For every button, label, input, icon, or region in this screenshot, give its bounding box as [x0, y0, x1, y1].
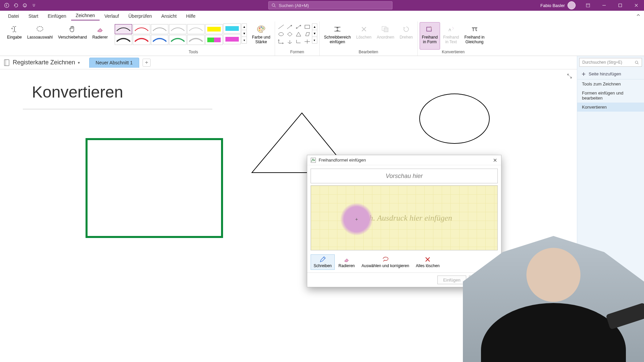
shape-line[interactable] — [277, 23, 285, 30]
undo-button[interactable] — [12, 1, 20, 9]
section-tab[interactable]: Neuer Abschnitt 1 — [89, 58, 139, 68]
pen-blue-thick[interactable] — [151, 35, 168, 45]
eraser-button[interactable]: Radierer — [90, 22, 110, 50]
highlighter-magenta[interactable] — [223, 34, 241, 44]
shape-arrow[interactable] — [286, 23, 294, 30]
search-icon — [635, 60, 639, 65]
svg-point-0 — [5, 3, 9, 8]
global-search[interactable]: Suchen (Alt+M) — [268, 1, 392, 9]
shape-axes-center[interactable] — [303, 38, 311, 45]
highlighter-yellow[interactable] — [205, 24, 223, 34]
svg-rect-11 — [225, 26, 239, 31]
shape-ellipse[interactable] — [277, 31, 285, 38]
tab-ansicht[interactable]: Ansicht — [157, 11, 181, 20]
shape-rect[interactable] — [303, 23, 311, 30]
lasso-button[interactable]: Lassoauswahl — [25, 22, 55, 50]
tab-datei[interactable]: Datei — [3, 11, 24, 20]
page-item-shapes[interactable]: Formen einfügen und bearbeiten — [577, 88, 644, 103]
qat-customize-button[interactable] — [30, 1, 38, 9]
pen-gray-thick[interactable] — [187, 35, 205, 45]
dialog-insert-button: Einfügen — [437, 276, 466, 284]
tab-start[interactable]: Start — [24, 11, 43, 20]
back-button[interactable] — [3, 1, 11, 9]
pen-gray3-thin[interactable] — [187, 24, 205, 34]
page-search[interactable]: Durchsuchen (Strg+E) — [579, 58, 642, 67]
pan-button[interactable]: Verschiebehand — [56, 22, 89, 50]
tab-verlauf[interactable]: Verlauf — [100, 11, 124, 20]
shape-gallery-more[interactable]: ▾ — [312, 37, 317, 44]
shape-axes-3d[interactable] — [286, 38, 294, 45]
svg-point-15 — [262, 27, 264, 29]
ink-to-shape-button[interactable]: Freihand in Form — [420, 22, 440, 50]
ink-to-text-icon — [447, 24, 455, 35]
avatar — [568, 1, 576, 9]
maximize-button[interactable] — [612, 0, 628, 11]
ink-to-text-button: Freihand in Text — [441, 22, 461, 50]
tab-ueberpruefen[interactable]: Überprüfen — [124, 11, 157, 20]
shape-parallelogram[interactable] — [303, 31, 311, 38]
shape-axes-xy[interactable] — [277, 38, 285, 45]
shape-gallery-up[interactable]: ▲ — [312, 23, 317, 30]
highlighter-cyan[interactable] — [223, 23, 241, 34]
pen-red-thick[interactable] — [133, 35, 150, 45]
fullscreen-toggle[interactable] — [567, 73, 572, 79]
chevron-down-icon: ▾ — [78, 60, 80, 65]
pen-gray-thin[interactable] — [151, 24, 168, 34]
canvas-rectangle-shape[interactable] — [86, 138, 223, 238]
touch-mode-button[interactable] — [21, 1, 29, 9]
ink-hint: Math. Ausdruck hier einfügen — [311, 186, 497, 250]
eingabe-button[interactable]: Eingabe — [5, 22, 24, 50]
page-title[interactable]: Konvertieren — [32, 83, 123, 101]
shape-axes-2d[interactable] — [294, 38, 303, 45]
page-item-tools[interactable]: Tools zum Zeichnen — [577, 79, 644, 88]
gallery-more-button[interactable]: ▾ — [241, 37, 247, 44]
tool-select-correct[interactable]: Auswählen und korrigieren — [359, 254, 412, 270]
gallery-down-button[interactable]: ▼ — [241, 30, 247, 37]
page-search-placeholder: Durchsuchen (Strg+E) — [582, 60, 622, 65]
tool-write[interactable]: Schreiben — [311, 254, 335, 270]
highlighter-green[interactable] — [205, 35, 223, 45]
eraser-icon — [96, 24, 104, 35]
gallery-up-button[interactable]: ▲ — [241, 23, 247, 30]
page-item-convert[interactable]: Konvertieren — [577, 103, 644, 112]
pen-red-thin[interactable] — [133, 24, 150, 34]
svg-rect-17 — [305, 25, 310, 28]
close-button[interactable] — [629, 0, 644, 11]
delete-button: Löschen — [354, 22, 374, 50]
ribbon-tabs: Datei Start Einfügen Zeichnen Verlauf Üb… — [0, 11, 644, 21]
tool-clear-all[interactable]: Alles löschen — [413, 254, 443, 270]
pen-black-thin[interactable] — [115, 24, 132, 34]
shape-diamond[interactable] — [286, 31, 294, 38]
pen-black-thick[interactable] — [115, 35, 132, 45]
title-bar: Konvertieren - OneNote Suchen (Alt+M) Fa… — [0, 0, 644, 11]
pen-gray2-thin[interactable] — [169, 24, 186, 34]
ribbon-display-button[interactable] — [580, 0, 596, 11]
account-button[interactable]: Fabio Basler — [536, 1, 580, 9]
collapse-ribbon-button[interactable] — [636, 13, 641, 17]
ink-input-area[interactable]: Math. Ausdruck hier einfügen — [311, 185, 498, 250]
color-thickness-button[interactable]: Farbe und Stärke — [250, 22, 273, 50]
add-page-button[interactable]: Seite hinzufügen — [577, 69, 644, 79]
tab-hilfe[interactable]: Hilfe — [181, 11, 200, 20]
group-label-tools: Tools — [189, 50, 198, 55]
tool-erase[interactable]: Radieren — [335, 254, 358, 270]
canvas-ellipse-shape[interactable] — [419, 94, 490, 144]
tab-zeichnen[interactable]: Zeichnen — [71, 11, 100, 20]
dialog-close-button[interactable] — [490, 156, 500, 165]
arrange-button: Anordnen — [374, 22, 396, 50]
shape-gallery-down[interactable]: ▼ — [312, 30, 317, 37]
svg-point-13 — [259, 27, 260, 29]
svg-rect-10 — [214, 38, 221, 42]
rotate-button: Drehen — [397, 22, 415, 50]
notebook-dropdown[interactable]: Registerkarte Zeichnen ▾ — [3, 59, 85, 66]
pen-green-thick[interactable] — [169, 35, 186, 45]
insert-writing-area-button[interactable]: Schreibbereich einfügen — [322, 22, 353, 50]
minimize-button[interactable] — [596, 0, 612, 11]
ink-to-math-button[interactable]: Freihand in Gleichung — [462, 22, 487, 50]
add-section-button[interactable]: ＋ — [143, 59, 151, 67]
shape-triangle[interactable] — [294, 31, 303, 38]
tab-einfuegen[interactable]: Einfügen — [43, 11, 71, 20]
shape-double-arrow[interactable] — [294, 23, 303, 30]
group-label-bearbeiten: Bearbeiten — [359, 50, 378, 55]
group-label-formen: Formen — [290, 50, 304, 55]
